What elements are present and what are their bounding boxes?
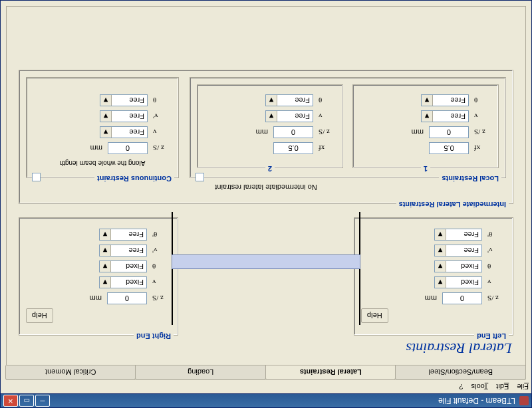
local1-th-combo[interactable]: Free▼ (421, 94, 469, 106)
intermediate-legend: Intermediate Lateral Restraints (396, 201, 509, 209)
minimize-button[interactable]: ─ (35, 395, 50, 407)
content-panel: Lateral Restraints Left End Help z /S mm (6, 6, 526, 365)
app-icon (519, 396, 529, 405)
local-col-1-legend: 1 (421, 165, 430, 173)
cont-zs-label: z /S (153, 144, 172, 152)
cont-zs-input[interactable] (108, 142, 148, 154)
local2-xf-label: xf (319, 144, 337, 152)
local1-xf-label: xf (474, 144, 493, 152)
close-button[interactable]: ✕ (3, 395, 18, 407)
continuous-restraint-checkbox[interactable] (32, 173, 41, 181)
beam-diagram (7, 258, 525, 325)
title-bar: LTBeam - Default File ─ ▭ ✕ (0, 393, 532, 408)
local2-th-combo[interactable]: Free▼ (265, 94, 313, 106)
cont-v-combo[interactable]: Free▼ (100, 126, 148, 138)
menu-tools[interactable]: Tools (471, 383, 489, 391)
menu-file[interactable]: File (517, 383, 529, 391)
local2-th-label: θ (319, 96, 337, 104)
chevron-down-icon: ▼ (266, 95, 277, 106)
local1-v-label: v (474, 112, 493, 120)
continuous-note: Along the whole beam length (33, 159, 172, 167)
local2-v-label: v (319, 112, 337, 120)
cont-th-combo[interactable]: Free▼ (100, 94, 148, 106)
cont-vp-label: v' (153, 112, 172, 120)
right-thp-combo[interactable]: Free▼ (99, 229, 147, 241)
local1-th-label: θ (474, 96, 493, 104)
local2-zs-unit: mm (256, 128, 268, 136)
tab-bar: Beam/Section/Steel Lateral Restraints Lo… (1, 365, 531, 380)
chevron-down-icon: ▼ (100, 127, 112, 138)
chevron-down-icon: ▼ (100, 111, 112, 122)
local-restraints-group: Local Restraints 1 xf z /Smm vFree▼ θFre… (190, 77, 506, 178)
continuous-restraint-legend: Continuous Restraint (94, 175, 174, 183)
cont-v-label: v (153, 128, 172, 136)
local1-zs-unit: mm (412, 128, 424, 136)
local-col-1: 1 xf z /Smm vFree▼ θFree▼ (352, 84, 499, 168)
intermediate-group: Intermediate Lateral Restraints No inter… (19, 70, 513, 204)
maximize-button[interactable]: ▭ (19, 395, 34, 407)
cont-zs-unit: mm (90, 144, 102, 152)
right-end-legend: Right End (134, 332, 174, 340)
left-vp-combo[interactable]: Free▼ (434, 245, 482, 256)
cont-vp-combo[interactable]: Free▼ (100, 110, 148, 122)
right-thp-label: θ' (152, 231, 171, 239)
menu-bar: File Edit Tools ? (0, 380, 532, 393)
local2-zs-input[interactable] (273, 126, 313, 138)
left-end-legend: Left End (474, 332, 509, 340)
chevron-down-icon: ▼ (435, 229, 446, 240)
local1-zs-label: z /S (474, 128, 493, 136)
chevron-down-icon: ▼ (422, 95, 433, 106)
local1-v-combo[interactable]: Free▼ (421, 110, 469, 122)
page-title: Lateral Restraints (19, 340, 512, 357)
continuous-restraint-group: Continuous Restraint Along the whole bea… (26, 77, 179, 178)
left-vp-label: v' (487, 247, 506, 255)
left-thp-label: θ' (487, 231, 506, 239)
window-title: LTBeam - Default File (438, 396, 515, 405)
cont-th-label: θ (153, 96, 172, 104)
local2-v-combo[interactable]: Free▼ (265, 110, 313, 122)
local1-xf-input[interactable] (429, 142, 469, 154)
local2-xf-input[interactable] (273, 142, 313, 154)
local2-zs-label: z /S (319, 128, 337, 136)
local-col-2-legend: 2 (265, 165, 275, 173)
local-restraints-legend: Local Restraints (439, 175, 501, 183)
local1-zs-input[interactable] (429, 126, 469, 138)
chevron-down-icon: ▼ (100, 95, 112, 106)
right-vp-combo[interactable]: Free▼ (99, 245, 147, 256)
tab-critical-moment[interactable]: Critical Moment (5, 365, 136, 380)
menu-edit[interactable]: Edit (496, 383, 509, 391)
tab-beam-section-steel[interactable]: Beam/Section/Steel (396, 365, 527, 380)
right-vp-label: v' (152, 247, 171, 255)
chevron-down-icon: ▼ (266, 111, 277, 122)
tab-loading[interactable]: Loading (136, 365, 267, 380)
chevron-down-icon: ▼ (435, 245, 446, 256)
tab-lateral-restraints[interactable]: Lateral Restraints (265, 365, 396, 380)
chevron-down-icon: ▼ (100, 229, 111, 240)
local-restraints-checkbox[interactable] (196, 173, 204, 181)
chevron-down-icon: ▼ (422, 111, 433, 122)
chevron-down-icon: ▼ (100, 245, 111, 256)
intermediate-none-text: No intermediate lateral restraint (26, 183, 506, 191)
local-col-2: 2 xf z /Smm vFree▼ θFree▼ (197, 84, 343, 168)
menu-help[interactable]: ? (459, 383, 463, 391)
left-thp-combo[interactable]: Free▼ (434, 229, 482, 241)
